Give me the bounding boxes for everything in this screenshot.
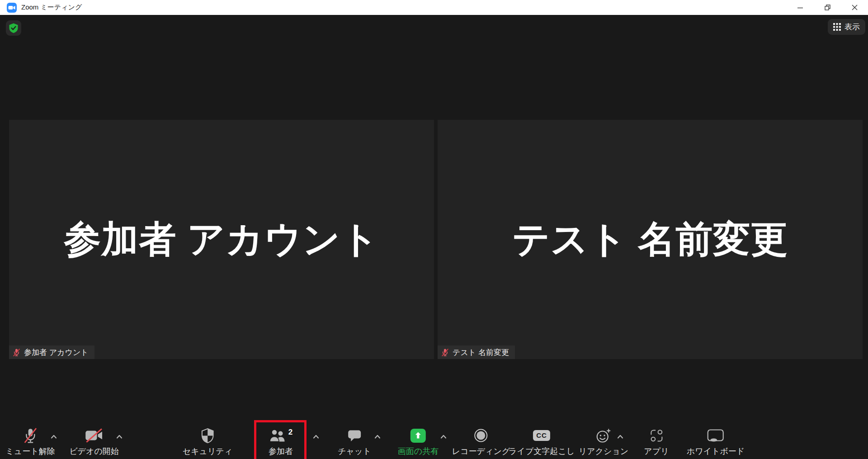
- whiteboard-label: ホワイトボード: [687, 446, 745, 456]
- share-screen-icon: [410, 429, 426, 443]
- start-video-label: ビデオの開始: [69, 446, 119, 456]
- record-icon: [474, 428, 488, 443]
- tile-display-text: 参加者 アカウント: [9, 120, 434, 359]
- chevron-up-icon: [51, 434, 57, 439]
- participant-name-label: テスト 名前変更: [453, 347, 509, 358]
- zoom-logo-icon: [7, 3, 17, 13]
- muted-mic-icon: [13, 348, 20, 357]
- video-options-chevron[interactable]: [116, 433, 123, 441]
- chevron-up-icon: [374, 434, 381, 439]
- participant-name-chip: テスト 名前変更: [438, 345, 515, 359]
- view-button-label: 表示: [844, 22, 860, 32]
- recording-button[interactable]: レコーディング: [452, 425, 510, 456]
- chevron-up-icon: [313, 434, 320, 439]
- minimize-icon: [797, 5, 803, 11]
- grid-view-icon: [833, 23, 841, 31]
- chevron-up-icon: [440, 434, 447, 439]
- live-transcript-label: ライブ文字起こし: [509, 446, 575, 456]
- share-screen-button[interactable]: 画面の共有: [398, 425, 439, 456]
- chat-bubble-icon: [347, 429, 362, 443]
- participants-button[interactable]: 2 参加者: [269, 425, 293, 456]
- reactions-options-chevron[interactable]: [617, 433, 624, 441]
- chevron-up-icon: [116, 434, 123, 439]
- chevron-up-icon: [617, 434, 624, 439]
- apps-icon: [650, 429, 663, 443]
- unmute-label: ミュート解除: [5, 446, 55, 456]
- meeting-toolbar: ミュート解除 ビデオの開始 セキュ: [0, 421, 868, 459]
- share-options-chevron[interactable]: [440, 433, 447, 441]
- whiteboard-icon: [706, 429, 725, 443]
- title-bar: Zoom ミーティング: [0, 0, 868, 15]
- participant-name-chip: 参加者 アカウント: [9, 345, 94, 359]
- chat-options-chevron[interactable]: [374, 433, 381, 441]
- window-controls: [787, 0, 868, 15]
- minimize-button[interactable]: [787, 0, 814, 15]
- chat-label: チャット: [338, 446, 371, 456]
- restore-icon: [824, 4, 831, 11]
- participants-label: 参加者: [269, 446, 293, 456]
- participants-icon: [269, 429, 286, 443]
- reactions-label: リアクション: [579, 446, 629, 456]
- share-screen-label: 画面の共有: [398, 446, 439, 456]
- tile-display-text: テスト 名前変更: [438, 120, 863, 359]
- camera-slash-icon: [85, 428, 104, 443]
- view-button[interactable]: 表示: [828, 19, 865, 35]
- window-title: Zoom ミーティング: [21, 3, 82, 12]
- muted-mic-icon: [441, 348, 449, 357]
- chat-button[interactable]: チャット: [338, 425, 371, 456]
- close-icon: [852, 5, 858, 10]
- cc-icon: CC: [533, 430, 550, 441]
- security-label: セキュリティ: [183, 446, 233, 456]
- video-tile-test: テスト 名前変更 テスト 名前変更: [438, 120, 863, 359]
- participants-options-chevron[interactable]: [313, 433, 320, 441]
- participants-count: 2: [288, 428, 292, 437]
- recording-label: レコーディング: [452, 446, 510, 456]
- start-video-button[interactable]: ビデオの開始: [69, 425, 119, 456]
- restore-button[interactable]: [814, 0, 841, 15]
- unmute-button[interactable]: ミュート解除: [5, 425, 55, 456]
- mic-slash-icon: [22, 427, 38, 444]
- meeting-security-badge[interactable]: [6, 20, 21, 36]
- security-shield-check-icon: [8, 23, 19, 33]
- close-button[interactable]: [841, 0, 868, 15]
- live-transcript-button[interactable]: CC ライブ文字起こし: [509, 425, 575, 456]
- apps-label: アプリ: [644, 446, 669, 456]
- shield-icon: [201, 428, 215, 444]
- video-tile-participant: 参加者 アカウント 参加者 アカウント: [9, 120, 434, 359]
- security-button[interactable]: セキュリティ: [183, 425, 233, 456]
- whiteboard-button[interactable]: ホワイトボード: [687, 425, 745, 456]
- reactions-smiley-icon: [596, 428, 611, 443]
- participant-name-label: 参加者 アカウント: [24, 347, 89, 358]
- meeting-area: 表示 参加者 アカウント 参加者 アカウント テスト 名前変更: [0, 15, 868, 459]
- unmute-options-chevron[interactable]: [51, 433, 57, 441]
- apps-button[interactable]: アプリ: [644, 425, 669, 456]
